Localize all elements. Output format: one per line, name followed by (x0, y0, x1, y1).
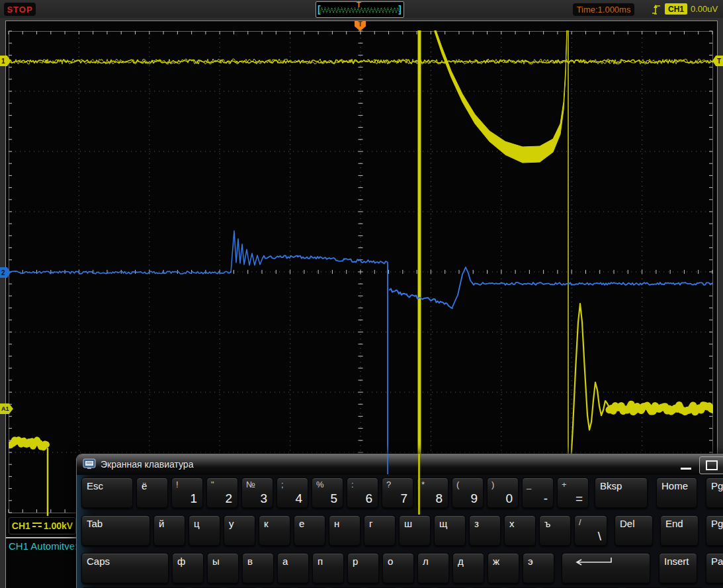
key-label: п (318, 556, 323, 567)
key-2[interactable]: "2 (206, 478, 238, 509)
key-3[interactable]: №3 (241, 478, 273, 509)
preview-left-bracket[interactable]: [ (318, 4, 321, 15)
math-marker-label: A1 (1, 405, 9, 412)
key-а[interactable]: а (277, 553, 309, 584)
key-label: у (229, 518, 234, 529)
key-shift-char: ! (176, 480, 179, 489)
minimize-button[interactable] (675, 458, 697, 472)
key-Bksp[interactable]: Bksp (595, 478, 648, 509)
key-main-char: 6 (365, 491, 372, 506)
key-Tab[interactable]: Tab (81, 515, 150, 546)
key-End[interactable]: End (660, 515, 699, 546)
key-э[interactable]: э (523, 553, 554, 584)
ch2-trace-overlay-line (387, 454, 388, 474)
key-=[interactable]: += (557, 478, 589, 509)
ch1-marker-label: 1 (1, 58, 5, 65)
key-main-char: 8 (435, 491, 443, 506)
maximize-button[interactable] (699, 456, 723, 474)
key-й[interactable]: й (153, 515, 185, 546)
key-shift-char: * (421, 480, 425, 489)
key-у[interactable]: у (224, 515, 255, 546)
key-label: л (423, 556, 429, 567)
preview-trigger-marker[interactable]: T (357, 1, 361, 9)
key-1[interactable]: !1 (171, 478, 203, 509)
key-label: э (528, 556, 533, 567)
key-label: ы (212, 556, 220, 567)
key-ш[interactable]: ш (399, 515, 431, 546)
key-ж[interactable]: ж (488, 553, 519, 584)
key-label: й (159, 518, 164, 529)
key-0[interactable]: )0 (487, 478, 519, 509)
key-г[interactable]: г (364, 515, 396, 546)
key-label: Caps (87, 556, 110, 567)
key-щ[interactable]: щ (434, 515, 466, 546)
key-label: ц (194, 518, 200, 529)
key-Pg[interactable]: Pg (706, 478, 723, 509)
key-label: е (299, 518, 304, 529)
key-е[interactable]: е (294, 515, 325, 546)
ch1-trace-overlay-line (418, 454, 420, 515)
ch1-mode-status-text: CH1 Automitve: F (9, 540, 87, 552)
key-Pa[interactable]: Pa (706, 553, 723, 584)
keyboard-row-3: CapsфывапролджэInsertPa (81, 553, 723, 584)
key-main-char: = (575, 491, 583, 506)
key-о[interactable]: о (382, 553, 414, 584)
key-shift-char: ? (386, 480, 391, 489)
key-Insert[interactable]: Insert (659, 553, 697, 584)
key-label: р (353, 556, 358, 567)
key-Home[interactable]: Home (656, 478, 697, 509)
key-label: г (369, 518, 372, 529)
keyboard-row-1: Escё!1"2№3;4%5:6?7*8(9)0_-+=BkspHomePg (81, 478, 723, 509)
key-4[interactable]: ;4 (276, 478, 308, 509)
keyboard-app-icon (83, 458, 96, 470)
key-label: Home (661, 480, 688, 491)
key-label: Insert (664, 556, 689, 567)
key-5[interactable]: %5 (312, 478, 343, 509)
key-label: а (282, 556, 288, 567)
key-ф[interactable]: ф (172, 553, 204, 584)
keyboard-titlebar[interactable]: Экранная клавиатура (77, 454, 723, 475)
key-shift-char: : (351, 480, 354, 489)
key-label: Pg (711, 518, 723, 529)
key-label: Pa (711, 556, 723, 567)
waveform-preview-strip: [ ] T (316, 1, 404, 18)
trigger-edge-icon (650, 2, 662, 16)
key-р[interactable]: р (347, 553, 379, 584)
key-Caps[interactable]: Caps (81, 553, 169, 584)
key-label: ъ (544, 518, 550, 529)
key-к[interactable]: к (259, 515, 290, 546)
ch1-scale-readout: CH1 1.00kV (9, 517, 76, 534)
key-main-char: 0 (505, 491, 513, 506)
key-Esc[interactable]: Esc (81, 478, 133, 509)
key-9[interactable]: (9 (452, 478, 484, 509)
key-Del[interactable]: Del (615, 515, 653, 546)
key-ъ[interactable]: ъ (539, 515, 571, 546)
key-ц[interactable]: ц (189, 515, 220, 546)
key-label: ф (177, 556, 185, 567)
key-ы[interactable]: ы (207, 553, 239, 584)
key-з[interactable]: з (469, 515, 501, 546)
oscilloscope-screen: STOP [ ] T Time:1.000ms CH1 0.00uV T 1 2… (0, 0, 723, 588)
key-7[interactable]: ?7 (382, 478, 413, 509)
key-д[interactable]: д (452, 553, 484, 584)
key-main-char: 3 (260, 491, 267, 506)
key-label: х (509, 518, 515, 529)
key-п[interactable]: п (312, 553, 344, 584)
key-ё[interactable]: ё (136, 478, 168, 509)
key-л[interactable]: л (417, 553, 449, 584)
minimize-icon (681, 468, 691, 470)
key-х[interactable]: х (504, 515, 536, 546)
key-8[interactable]: *8 (417, 478, 448, 509)
preview-right-bracket[interactable]: ] (398, 4, 402, 15)
key-н[interactable]: н (329, 515, 361, 546)
key-shift-char: / (579, 517, 581, 527)
key-enter[interactable] (562, 553, 650, 584)
key-\[interactable]: /\ (574, 515, 607, 546)
key-main-char: 2 (225, 491, 232, 506)
key-в[interactable]: в (242, 553, 274, 584)
key--[interactable]: _- (522, 478, 554, 509)
key-Pg[interactable]: Pg (706, 515, 723, 546)
trigger-position-label: T (358, 21, 362, 28)
key-6[interactable]: :6 (347, 478, 378, 509)
key-shift-char: ; (281, 480, 284, 489)
